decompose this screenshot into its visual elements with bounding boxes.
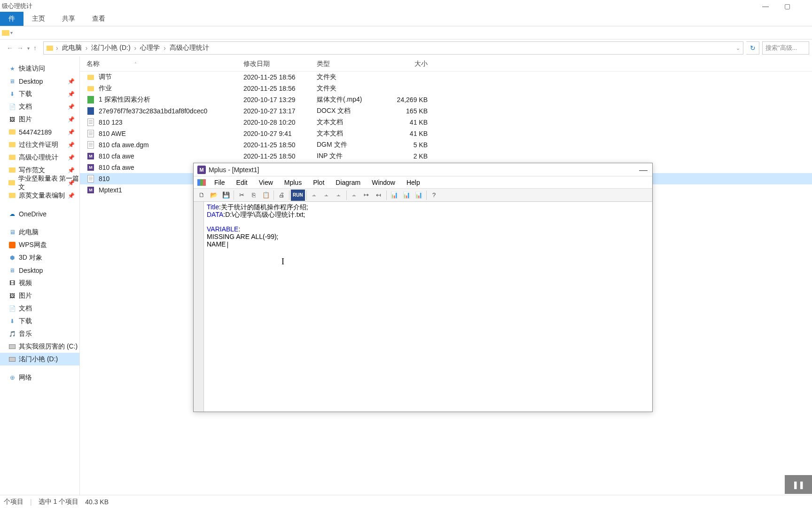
tb-graph4-icon[interactable]: ⫠	[348, 190, 360, 201]
tb-print-icon[interactable]: 🖨	[275, 190, 288, 201]
sidebar-item[interactable]: 洺门小艳 (D:)	[0, 353, 79, 365]
file-row[interactable]: 调节2020-11-25 18:56文件夹	[80, 71, 812, 83]
sidebar-item-label: 过往文件证明	[19, 141, 58, 149]
tb-save-icon[interactable]: 💾	[220, 190, 232, 201]
up-button[interactable]: ↑	[33, 44, 37, 52]
tb-graph6-icon[interactable]: ↤	[373, 190, 385, 201]
tb-bar3-icon[interactable]: 📊	[413, 190, 425, 201]
tb-copy-icon[interactable]: ⎘	[248, 190, 260, 201]
sidebar-item[interactable]: 🖥Desktop📌	[0, 75, 79, 87]
col-header-date[interactable]: 修改日期	[243, 60, 317, 68]
ribbon-view[interactable]: 查看	[84, 12, 114, 26]
tb-help-icon[interactable]: ?	[428, 190, 440, 201]
tb-bar2-icon[interactable]: 📊	[400, 190, 413, 201]
sidebar-item[interactable]: 📄文档	[0, 302, 79, 315]
sidebar-item[interactable]: ⬇下载	[0, 315, 79, 327]
file-type: INP 文件	[317, 152, 390, 160]
pin-icon: 📌	[68, 129, 75, 135]
file-row[interactable]: 810 AWE2020-10-27 9:41文本文档41 KB	[80, 128, 812, 139]
tb-run-button[interactable]: RUN	[291, 190, 305, 201]
mplus-title-bar[interactable]: M Mplus - [Mptext1] —	[194, 163, 652, 176]
sidebar-item[interactable]: 原英文量表编制📌	[0, 189, 79, 202]
mplus-menu-bar: File Edit View Mplus Plot Diagram Window…	[194, 176, 652, 189]
file-row[interactable]: 1 探索性因素分析2020-10-17 13:29媒体文件(.mp4)24,26…	[80, 94, 812, 105]
sidebar-item[interactable]: 544742189📌	[0, 126, 79, 138]
ribbon-share[interactable]: 共享	[54, 12, 84, 26]
sidebar-wps[interactable]: WPS网盘	[0, 238, 79, 251]
menu-diagram[interactable]: Diagram	[330, 178, 366, 187]
menu-edit[interactable]: Edit	[231, 178, 253, 187]
search-input[interactable]: 搜索"高级...	[762, 41, 809, 55]
forward-button[interactable]: →	[17, 44, 23, 52]
sidebar-item[interactable]: ⬢3D 对象	[0, 251, 79, 264]
video-controls-overlay[interactable]: ❚❚	[785, 475, 812, 494]
tb-new-icon[interactable]: 🗋	[195, 190, 208, 201]
menu-view[interactable]: View	[253, 178, 279, 187]
sidebar-item[interactable]: 高级心理统计📌	[0, 151, 79, 164]
tb-graph5-icon[interactable]: ↦	[360, 190, 373, 201]
pause-icon[interactable]: ❚❚	[792, 480, 804, 489]
sidebar-item[interactable]: ⬇下载📌	[0, 87, 79, 100]
tb-graph2-icon[interactable]: ⫠	[320, 190, 333, 201]
file-row[interactable]: 810 1232020-10-28 10:20文本文档41 KB	[80, 117, 812, 128]
sidebar-item[interactable]: 🖼图片📌	[0, 113, 79, 126]
close-button[interactable]	[798, 0, 812, 12]
file-row[interactable]: 810 cfa awe.dgm2020-11-25 18:50DGM 文件5 K…	[80, 139, 812, 151]
ribbon-home[interactable]: 主页	[23, 12, 54, 26]
file-type: 文本文档	[317, 118, 390, 127]
history-chevron-icon[interactable]: ▾	[27, 46, 30, 51]
pin-icon: 📌	[68, 167, 75, 174]
breadcrumb-item[interactable]: 心理学	[139, 44, 161, 52]
tb-graph3-icon[interactable]: ⫠	[333, 190, 345, 201]
sidebar-item[interactable]: 📄文档📌	[0, 100, 79, 113]
sidebar-onedrive[interactable]: ☁ OneDrive	[0, 207, 79, 220]
breadcrumb-item[interactable]: 高级心理统计	[169, 44, 210, 52]
file-name: 810 AWE	[99, 130, 126, 137]
text-cursor	[227, 242, 228, 248]
col-header-name[interactable]: 名称 ˄	[84, 60, 243, 68]
breadcrumb-item[interactable]: 洺门小艳 (D:)	[90, 44, 131, 52]
sidebar-this-pc[interactable]: 🖥 此电脑	[0, 226, 79, 238]
breadcrumb-item[interactable]: 此电脑	[61, 44, 83, 52]
file-row[interactable]: 27e976f7fe373c283a1bd1af8f0dcec02020-10-…	[80, 105, 812, 117]
sidebar-item[interactable]: 🖼图片	[0, 289, 79, 302]
menu-file[interactable]: File	[209, 178, 231, 187]
menu-plot[interactable]: Plot	[307, 178, 330, 187]
chevron-down-icon[interactable]: ▾	[10, 30, 13, 35]
sidebar-item[interactable]: 🖥Desktop	[0, 264, 79, 277]
mplus-sys-icon[interactable]	[197, 179, 206, 186]
sidebar-network[interactable]: ⊕ 网络	[0, 371, 79, 384]
ribbon-file[interactable]: 件	[0, 12, 23, 26]
col-header-type[interactable]: 类型	[317, 60, 390, 68]
mplus-editor[interactable]: Title:关于统计的随机操作程序介绍; DATA:D:\心理学\高级心理统计.…	[204, 202, 652, 412]
tb-cut-icon[interactable]: ✂	[235, 190, 248, 201]
sidebar-item[interactable]: 过往文件证明📌	[0, 138, 79, 151]
maximize-button[interactable]: ▢	[776, 0, 798, 12]
sidebar-quick-access[interactable]: ★ 快速访问	[0, 62, 79, 75]
cloud-icon: ☁	[8, 210, 16, 218]
sidebar-item-label: 544742189	[19, 128, 52, 136]
tb-graph1-icon[interactable]: ⫠	[308, 190, 320, 201]
sidebar-item[interactable]: 🎞视频	[0, 277, 79, 289]
menu-window[interactable]: Window	[366, 178, 401, 187]
minimize-button[interactable]: —	[755, 0, 776, 12]
file-row[interactable]: 作业2020-11-25 18:56文件夹	[80, 83, 812, 94]
folder-icon	[2, 30, 9, 36]
refresh-button[interactable]: ↻	[746, 41, 759, 55]
mplus-minimize-button[interactable]: —	[639, 165, 648, 175]
menu-help[interactable]: Help	[401, 178, 426, 187]
sidebar-label: 网络	[19, 373, 32, 382]
sidebar-item[interactable]: 其实我很厉害的 (C:)	[0, 340, 79, 353]
tb-open-icon[interactable]: 📂	[208, 190, 220, 201]
back-button[interactable]: ←	[7, 44, 13, 52]
file-row[interactable]: M810 cfa awe2020-11-25 18:50INP 文件2 KB	[80, 151, 812, 162]
tb-paste-icon[interactable]: 📋	[260, 190, 272, 201]
window-controls: — ▢	[755, 0, 812, 12]
col-header-size[interactable]: 大小	[390, 60, 437, 68]
addr-chevron-icon[interactable]: ⌄	[736, 45, 740, 51]
menu-mplus[interactable]: Mplus	[279, 178, 307, 187]
address-bar[interactable]: › 此电脑 › 洺门小艳 (D:) › 心理学 › 高级心理统计 ⌄	[43, 41, 743, 55]
tb-bar1-icon[interactable]: 📊	[388, 190, 400, 201]
sidebar-item[interactable]: 学业坚毅量表 第一篇文📌	[0, 176, 79, 189]
sidebar-item[interactable]: 🎵音乐	[0, 327, 79, 340]
